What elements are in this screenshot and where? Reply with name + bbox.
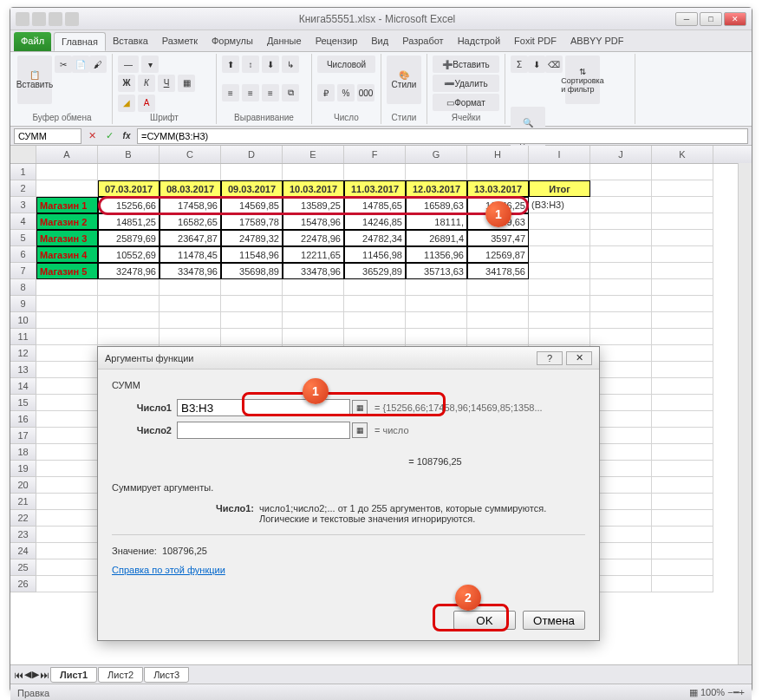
wrap-text-button[interactable]: ↳ [282,56,299,73]
cell-F1[interactable] [344,164,406,180]
cell-C10[interactable] [160,312,221,329]
cell-D4[interactable]: 17589,78 [221,213,283,230]
cell-F7[interactable]: 36529,89 [344,263,406,279]
cell-H4[interactable]: 489,63 [467,213,529,230]
row-header-3[interactable]: 3 [10,197,36,213]
fill-color-button[interactable]: ◢ [118,95,135,112]
cell-I7[interactable] [529,263,590,279]
cell-B4[interactable]: 14851,25 [98,213,160,230]
cell-A21[interactable] [36,494,98,510]
underline-button[interactable]: Ч [158,75,175,92]
cell-F2[interactable]: 11.03.2017 [344,180,406,197]
dialog-cancel-button[interactable]: Отмена [523,611,585,630]
row-header-8[interactable]: 8 [10,279,36,296]
tab-addins[interactable]: Надстрой [451,32,507,51]
cut-icon[interactable]: ✂ [55,56,72,73]
row-header-12[interactable]: 12 [10,345,36,362]
align-right-icon[interactable]: ≡ [262,84,279,101]
row-header-7[interactable]: 7 [10,263,36,279]
cell-I3[interactable]: (B3:H3) [529,197,590,213]
styles-button[interactable]: 🎨Стили [387,56,421,104]
col-header-J[interactable]: J [590,146,652,163]
cell-A5[interactable]: Магазин 3 [36,230,98,246]
cell-H8[interactable] [467,279,529,296]
cell-K22[interactable] [652,510,713,527]
row-header-23[interactable]: 23 [10,527,36,543]
cell-A23[interactable] [36,527,98,543]
row-header-21[interactable]: 21 [10,494,36,510]
cell-K9[interactable] [652,296,713,312]
merge-button[interactable]: ⧉ [282,84,299,101]
cell-D1[interactable] [221,164,283,180]
align-bot-icon[interactable]: ⬇ [262,56,279,73]
cell-K16[interactable] [652,411,713,428]
font-box[interactable]: — [118,56,139,73]
cell-H6[interactable]: 12569,87 [467,246,529,263]
cell-F11[interactable] [344,329,406,345]
fill-button[interactable]: ⬇ [528,56,545,73]
col-header-H[interactable]: H [467,146,529,163]
cell-G10[interactable] [406,312,467,329]
cell-G6[interactable]: 11356,96 [406,246,467,263]
cell-E7[interactable]: 33478,96 [283,263,344,279]
tab-developer[interactable]: Разработ [395,32,450,51]
cell-K8[interactable] [652,279,713,296]
cell-A7[interactable]: Магазин 5 [36,263,98,279]
dialog-ok-button[interactable]: OK [453,611,516,630]
cell-B11[interactable] [98,329,160,345]
cell-E1[interactable] [283,164,344,180]
cancel-formula-icon[interactable]: ✕ [85,129,99,143]
cell-G7[interactable]: 35713,63 [406,263,467,279]
cell-D9[interactable] [221,296,283,312]
sheet-nav-prev-icon[interactable]: ◀ [24,669,31,680]
cell-J10[interactable] [590,312,652,329]
row-header-18[interactable]: 18 [10,444,36,461]
cell-J3[interactable] [590,197,652,213]
view-normal-icon[interactable]: ▦ [689,687,698,697]
cell-K23[interactable] [652,527,713,543]
cell-I6[interactable] [529,246,590,263]
cell-B5[interactable]: 25879,69 [98,230,160,246]
redo-icon[interactable] [65,12,79,26]
cell-J2[interactable] [590,180,652,197]
save-icon[interactable] [32,12,46,26]
cell-B2[interactable]: 07.03.2017 [98,180,160,197]
row-header-6[interactable]: 6 [10,246,36,263]
tab-review[interactable]: Рецензир [309,32,365,51]
cell-E2[interactable]: 10.03.2017 [283,180,344,197]
row-header-14[interactable]: 14 [10,378,36,395]
cell-J8[interactable] [590,279,652,296]
row-header-10[interactable]: 10 [10,312,36,329]
cell-K24[interactable] [652,543,713,559]
font-color-button[interactable]: A [138,95,155,112]
cell-E8[interactable] [283,279,344,296]
row-header-16[interactable]: 16 [10,411,36,428]
align-left-icon[interactable]: ≡ [222,84,239,101]
cell-C1[interactable] [160,164,221,180]
cell-J5[interactable] [590,230,652,246]
cell-A11[interactable] [36,329,98,345]
tab-file[interactable]: Файл [14,32,51,51]
dialog-help-icon[interactable]: ? [537,351,563,365]
cell-E5[interactable]: 22478,96 [283,230,344,246]
cell-K11[interactable] [652,329,713,345]
cell-A19[interactable] [36,461,98,477]
cell-K13[interactable] [652,362,713,378]
cell-J7[interactable] [590,263,652,279]
cell-K7[interactable] [652,263,713,279]
cell-B1[interactable] [98,164,160,180]
cell-G11[interactable] [406,329,467,345]
undo-icon[interactable] [49,12,62,26]
close-button[interactable]: ✕ [724,12,746,26]
cell-H1[interactable] [467,164,529,180]
cell-A16[interactable] [36,411,98,428]
cell-A18[interactable] [36,444,98,461]
tab-foxit[interactable]: Foxit PDF [507,32,563,51]
cell-F10[interactable] [344,312,406,329]
col-header-F[interactable]: F [344,146,406,163]
cell-A9[interactable] [36,296,98,312]
align-mid-icon[interactable]: ↕ [242,56,259,73]
select-all-corner[interactable] [10,146,36,163]
dialog-close-icon[interactable]: ✕ [566,351,592,365]
cell-J4[interactable] [590,213,652,230]
